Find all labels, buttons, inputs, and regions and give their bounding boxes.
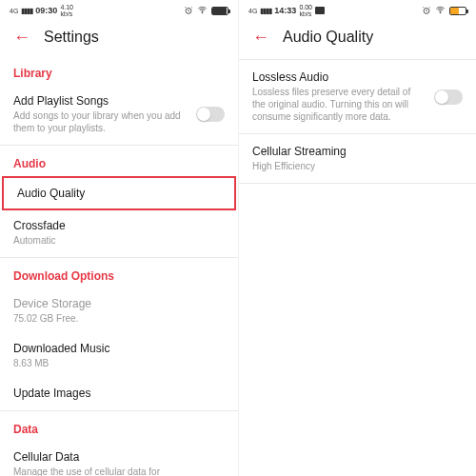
screen-header: ← Audio Quality <box>239 19 476 57</box>
toggle-add-playlist[interactable] <box>196 107 225 122</box>
wifi-icon <box>435 5 446 17</box>
alarm-icon <box>184 6 193 15</box>
row-lossless-audio[interactable]: Lossless Audio Lossless files preserve e… <box>239 62 476 131</box>
network-speed: 0.00kb/s <box>299 4 312 17</box>
back-icon[interactable]: ← <box>252 29 269 46</box>
audio-quality-content: Lossless Audio Lossless files preserve e… <box>239 62 476 476</box>
section-download: Download Options <box>0 260 238 288</box>
settings-content: Library Add Playlist Songs Add songs to … <box>0 57 238 476</box>
toggle-lossless[interactable] <box>434 89 463 105</box>
svg-point-3 <box>440 11 441 12</box>
signal-icon: ▮▮▮▮ <box>21 7 32 15</box>
divider <box>239 59 476 60</box>
page-title: Audio Quality <box>283 29 373 46</box>
divider <box>0 257 238 258</box>
divider <box>0 145 238 146</box>
card-icon <box>315 7 325 14</box>
svg-point-1 <box>202 11 203 12</box>
divider <box>0 410 238 411</box>
row-audio-quality[interactable]: Audio Quality <box>2 176 236 210</box>
row-device-storage[interactable]: Device Storage 75.02 GB Free. <box>0 288 238 333</box>
alarm-icon <box>422 6 431 15</box>
section-audio: Audio <box>0 148 238 176</box>
section-library: Library <box>0 57 238 86</box>
status-bar: 4G ▮▮▮▮ 14:33 0.00kb/s <box>239 0 476 19</box>
battery-icon <box>211 7 228 15</box>
divider <box>239 183 476 184</box>
status-time: 09:30 <box>35 6 57 15</box>
settings-screen: 4G ▮▮▮▮ 09:30 4.10kb/s ← Settings Librar… <box>0 0 238 476</box>
audio-quality-screen: 4G ▮▮▮▮ 14:33 0.00kb/s ← Audio Quality L… <box>238 0 476 476</box>
row-add-playlist-songs[interactable]: Add Playlist Songs Add songs to your lib… <box>0 86 238 143</box>
row-cellular-data[interactable]: Cellular Data Manage the use of cellular… <box>0 442 238 476</box>
wifi-icon <box>197 5 208 17</box>
back-icon[interactable]: ← <box>13 29 30 46</box>
row-crossfade[interactable]: Crossfade Automatic <box>0 210 238 255</box>
network-speed: 4.10kb/s <box>60 4 73 17</box>
divider <box>239 133 476 134</box>
row-cellular-streaming[interactable]: Cellular Streaming High Efficiency <box>239 136 476 181</box>
page-title: Settings <box>44 29 99 46</box>
status-time: 14:33 <box>274 6 296 15</box>
section-data: Data <box>0 413 238 442</box>
network-label: 4G <box>10 8 18 14</box>
battery-icon <box>449 7 466 15</box>
signal-icon: ▮▮▮▮ <box>260 7 271 15</box>
screen-header: ← Settings <box>0 19 238 57</box>
row-update-images[interactable]: Update Images <box>0 378 238 408</box>
row-downloaded-music[interactable]: Downloaded Music 8.63 MB <box>0 333 238 378</box>
network-label: 4G <box>248 8 257 14</box>
status-bar: 4G ▮▮▮▮ 09:30 4.10kb/s <box>0 0 238 19</box>
